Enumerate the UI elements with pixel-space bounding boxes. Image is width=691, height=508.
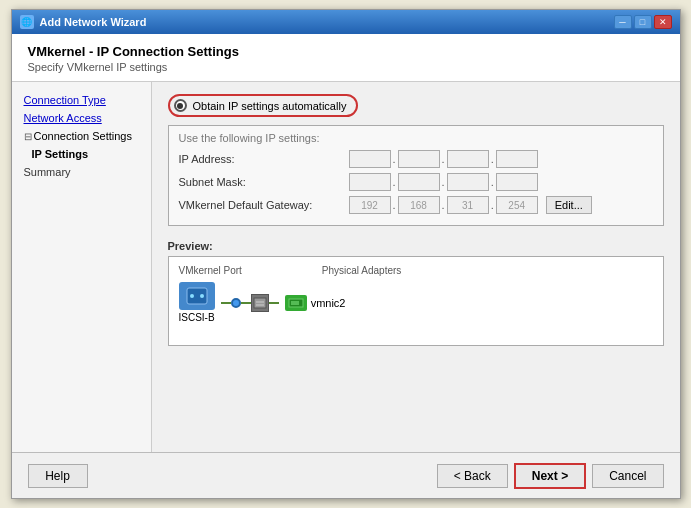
gateway-octet3[interactable] [447,196,489,214]
gateway-octet2[interactable] [398,196,440,214]
preview-network: VMkernel Port Physical Adapters [179,265,402,323]
adapter-icon [285,295,307,311]
sidebar-item-ip-settings[interactable]: IP Settings [20,146,143,162]
edit-gateway-button[interactable]: Edit... [546,196,592,214]
adapter-name: vmnic2 [311,297,346,309]
subnet-mask-fields: . . . [349,173,538,191]
title-bar: 🌐 Add Network Wizard ─ □ ✕ [12,10,680,34]
vmkernel-port-col-label: VMkernel Port [179,265,242,276]
subnet-octet3[interactable] [447,173,489,191]
ip-address-octet2[interactable] [398,150,440,168]
line-left [221,302,231,304]
wizard-window: 🌐 Add Network Wizard ─ □ ✕ VMkernel - IP… [11,9,681,499]
vmkernel-port-name: ISCSI-B [179,312,215,323]
ip-address-row: IP Address: . . . [179,150,653,168]
switch-icon [251,294,269,312]
svg-point-2 [200,294,204,298]
svg-point-1 [190,294,194,298]
ip-address-octet4[interactable] [496,150,538,168]
switch-svg [253,297,267,309]
connection-line-group [221,294,279,312]
obtain-ip-radio[interactable] [174,99,187,112]
window-icon: 🌐 [20,15,34,29]
footer: Help < Back Next > Cancel [12,452,680,498]
line-post-switch [269,302,279,304]
static-ip-header: Use the following IP settings: [179,132,653,144]
footer-left: Help [28,464,88,488]
title-bar-left: 🌐 Add Network Wizard [20,15,147,29]
gateway-label: VMkernel Default Gateway: [179,199,349,211]
main-body: Connection Type Network Access ⊟Connecti… [12,82,680,452]
minimize-button[interactable]: ─ [614,15,632,29]
subnet-octet2[interactable] [398,173,440,191]
obtain-ip-label: Obtain IP settings automatically [193,100,347,112]
preview-items-row: ISCSI-B [179,282,402,323]
next-button[interactable]: Next > [514,463,586,489]
ip-address-octet3[interactable] [447,150,489,168]
header-section: VMkernel - IP Connection Settings Specif… [12,34,680,82]
port-icon-svg [185,286,209,306]
junction-circle [231,298,241,308]
expand-minus-icon: ⊟ [24,131,32,142]
page-title: VMkernel - IP Connection Settings [28,44,664,59]
line-right [241,302,251,304]
sidebar: Connection Type Network Access ⊟Connecti… [12,82,152,452]
right-panel: Obtain IP settings automatically Use the… [152,82,680,452]
vmkernel-port-icon [179,282,215,310]
window-title: Add Network Wizard [40,16,147,28]
gateway-fields: . . . Edit... [349,196,592,214]
subnet-octet1[interactable] [349,173,391,191]
preview-section: Preview: VMkernel Port Physical Adapters [168,240,664,346]
subnet-mask-label: Subnet Mask: [179,176,349,188]
vmkernel-port-group: ISCSI-B [179,282,215,323]
subnet-octet4[interactable] [496,173,538,191]
ip-address-octet1[interactable] [349,150,391,168]
sidebar-item-summary: Summary [20,164,143,180]
physical-adapters-col-label: Physical Adapters [322,265,402,276]
preview-labels-row: VMkernel Port Physical Adapters [179,265,402,276]
gateway-row: VMkernel Default Gateway: . . . Edit... [179,196,653,214]
back-button[interactable]: < Back [437,464,508,488]
ip-options-section: Obtain IP settings automatically Use the… [168,94,664,226]
gateway-octet1[interactable] [349,196,391,214]
svg-rect-3 [254,298,266,308]
adapter-svg [288,297,304,309]
ip-address-label: IP Address: [179,153,349,165]
maximize-button[interactable]: □ [634,15,652,29]
static-ip-box: Use the following IP settings: IP Addres… [168,125,664,226]
page-subtitle: Specify VMkernel IP settings [28,61,664,73]
close-button[interactable]: ✕ [654,15,672,29]
svg-rect-7 [291,301,299,305]
physical-adapter-group: vmnic2 [285,295,346,311]
gateway-octet4[interactable] [496,196,538,214]
sidebar-item-connection-settings[interactable]: ⊟Connection Settings [20,128,143,144]
ip-address-fields: . . . [349,150,538,168]
title-controls: ─ □ ✕ [614,15,672,29]
subnet-mask-row: Subnet Mask: . . . [179,173,653,191]
preview-label: Preview: [168,240,664,252]
sidebar-item-network-access[interactable]: Network Access [20,110,143,126]
obtain-ip-radio-container[interactable]: Obtain IP settings automatically [168,94,359,117]
preview-box: VMkernel Port Physical Adapters [168,256,664,346]
footer-right: < Back Next > Cancel [437,463,664,489]
sidebar-item-connection-type[interactable]: Connection Type [20,92,143,108]
help-button[interactable]: Help [28,464,88,488]
cancel-button[interactable]: Cancel [592,464,663,488]
